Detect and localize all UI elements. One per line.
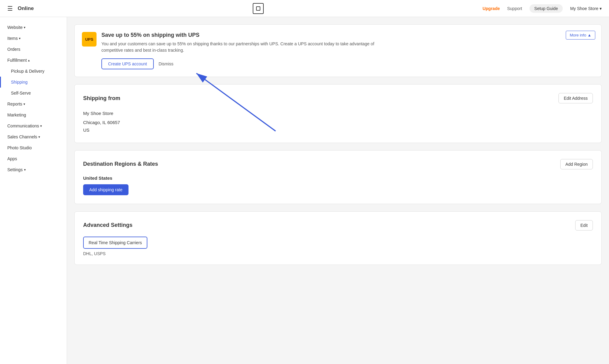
region-label: United States — [83, 175, 593, 181]
ups-banner-title: Save up to 55% on shipping with UPS — [101, 32, 594, 38]
carrier-sub: DHL, USPS — [83, 251, 593, 256]
address-line2: US — [83, 126, 593, 134]
sidebar-label-apps: Apps — [7, 156, 17, 161]
sidebar-label-photo-studio: Photo Studio — [7, 145, 32, 150]
top-nav: ☰ Online Upgrade Support Setup Guide My … — [0, 0, 609, 17]
support-link[interactable]: Support — [507, 6, 522, 11]
carrier-box: Real Time Shipping Carriers — [83, 237, 147, 249]
sidebar-label-pickup-delivery: Pickup & Delivery — [11, 69, 44, 74]
sidebar-label-reports: Reports — [7, 102, 22, 106]
sidebar-item-pickup-delivery[interactable]: Pickup & Delivery — [0, 66, 67, 77]
sidebar-item-self-serve[interactable]: Self-Serve — [0, 88, 67, 99]
sidebar-item-settings[interactable]: Settings ▾ — [0, 164, 67, 175]
chevron-up-icon: ▲ — [587, 33, 591, 37]
shipping-from-title: Shipping from — [83, 95, 120, 102]
shipping-from-section: Shipping from Edit Address My Shoe Store… — [74, 84, 602, 143]
app-title: Online — [18, 5, 34, 12]
sidebar-item-communications[interactable]: Communications ▾ — [0, 120, 67, 131]
upgrade-link[interactable]: Upgrade — [483, 6, 500, 11]
sidebar-label-sales-channels: Sales Channels — [7, 134, 37, 139]
ups-banner: More info ▲ UPS Save up to 55% on shippi… — [74, 24, 602, 77]
chevron-down-icon: ▾ — [600, 6, 602, 11]
advanced-settings-section: Advanced Settings Edit Real Time Shippin… — [74, 211, 602, 265]
sidebar: Website ▾ Items ▾ Orders Fulfillment ▴ P… — [0, 17, 67, 364]
chevron-icon-sales-channels: ▾ — [38, 135, 40, 139]
store-name: My Shoe Store — [83, 109, 593, 117]
main-content: More info ▲ UPS Save up to 55% on shippi… — [67, 17, 609, 364]
sidebar-item-marketing[interactable]: Marketing — [0, 109, 67, 120]
edit-address-button[interactable]: Edit Address — [558, 93, 593, 103]
sidebar-item-shipping[interactable]: Shipping — [0, 77, 67, 88]
more-info-label: More info — [570, 33, 586, 37]
sidebar-item-apps[interactable]: Apps — [0, 153, 67, 164]
setup-guide-button[interactable]: Setup Guide — [530, 4, 563, 13]
dismiss-button[interactable]: Dismiss — [159, 61, 174, 66]
sidebar-label-communications: Communications — [7, 123, 39, 128]
sidebar-label-marketing: Marketing — [7, 113, 26, 117]
ups-logo: UPS — [82, 32, 97, 47]
sidebar-label-fulfillment: Fulfillment — [7, 58, 27, 63]
sidebar-label-orders: Orders — [7, 47, 20, 52]
hamburger-icon[interactable]: ☰ — [7, 5, 13, 12]
sidebar-item-website[interactable]: Website ▾ — [0, 22, 67, 33]
destination-regions-title: Destination Regions & Rates — [83, 161, 158, 167]
advanced-settings-title: Advanced Settings — [83, 222, 132, 228]
sidebar-item-reports[interactable]: Reports ▾ — [0, 99, 67, 109]
sidebar-item-items[interactable]: Items ▾ — [0, 33, 67, 44]
more-info-button[interactable]: More info ▲ — [566, 31, 595, 40]
chevron-icon-website: ▾ — [24, 26, 26, 29]
address-line1: Chicago, IL 60657 — [83, 119, 593, 127]
sidebar-item-sales-channels[interactable]: Sales Channels ▾ — [0, 131, 67, 142]
advanced-settings-edit-button[interactable]: Edit — [575, 220, 593, 231]
sidebar-label-self-serve: Self-Serve — [11, 91, 31, 95]
chevron-icon-fulfillment: ▴ — [28, 58, 30, 62]
sidebar-item-fulfillment[interactable]: Fulfillment ▴ — [0, 55, 67, 66]
sidebar-label-items: Items — [7, 36, 18, 41]
add-shipping-rate-button[interactable]: Add shipping rate — [83, 184, 128, 195]
add-region-button[interactable]: Add Region — [560, 159, 593, 169]
chevron-icon-communications: ▾ — [40, 124, 42, 128]
store-menu[interactable]: My Shoe Store ▾ — [570, 6, 602, 11]
chevron-icon-items: ▾ — [19, 36, 21, 40]
square-logo-inner — [256, 6, 260, 11]
ups-logo-text: UPS — [85, 37, 93, 42]
chevron-icon-reports: ▾ — [23, 102, 25, 106]
ups-banner-description: You and your customers can save up to 55… — [101, 41, 375, 54]
store-name: My Shoe Store — [570, 6, 598, 11]
chevron-icon-settings: ▾ — [24, 168, 26, 172]
sidebar-item-orders[interactable]: Orders — [0, 44, 67, 55]
square-logo — [253, 3, 264, 14]
sidebar-label-shipping: Shipping — [11, 80, 28, 85]
create-ups-account-button[interactable]: Create UPS account — [101, 58, 154, 69]
destination-regions-section: Destination Regions & Rates Add Region U… — [74, 150, 602, 204]
sidebar-label-website: Website — [7, 25, 23, 30]
sidebar-label-settings: Settings — [7, 167, 23, 172]
sidebar-item-photo-studio[interactable]: Photo Studio — [0, 142, 67, 153]
